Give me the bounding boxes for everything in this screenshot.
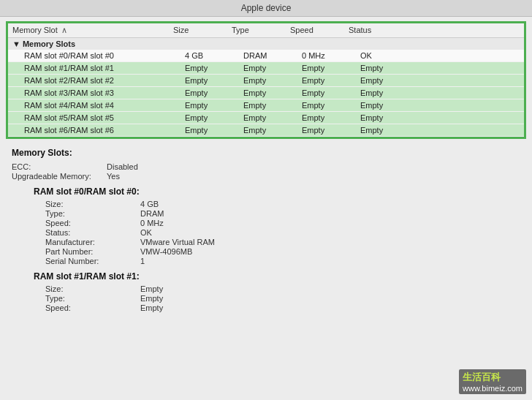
field-label: Size: <box>45 200 140 208</box>
upgradeable-value: Yes <box>107 172 520 181</box>
field-label: Type: <box>45 209 140 218</box>
field-value: 0 MHz <box>140 219 520 227</box>
table-row[interactable]: RAM slot #4/RAM slot #4 Empty Empty Empt… <box>8 99 524 112</box>
field-label: Size: <box>45 284 140 293</box>
memory-slots-group: ▼ Memory Slots RAM slot #0/RAM slot #0 4… <box>8 38 524 137</box>
upgradeable-label: Upgradeable Memory: <box>12 172 107 181</box>
field-label: Part Number: <box>45 247 140 256</box>
table-header-row: Memory Slot ∧ Size Type Speed Status <box>8 23 524 38</box>
table-row[interactable]: RAM slot #6/RAM slot #6 Empty Empty Empt… <box>8 124 524 137</box>
window-title: Apple device <box>241 3 292 13</box>
col-header-status[interactable]: Status <box>349 26 407 35</box>
field-value: Empty <box>140 284 520 293</box>
sub-detail-grid-1: Size: Empty Type: Empty Speed: Empty <box>45 284 520 312</box>
field-label: Speed: <box>45 303 140 312</box>
table-row[interactable]: RAM slot #0/RAM slot #0 4 GB DRAM 0 MHz … <box>8 50 524 62</box>
field-value: Empty <box>140 294 520 303</box>
field-value: Empty <box>140 303 520 312</box>
triangle-icon: ▼ <box>12 39 23 48</box>
field-value: 4 GB <box>140 200 520 208</box>
field-label: Serial Number: <box>45 257 140 265</box>
sub-section-title-0: RAM slot #0/RAM slot #0: <box>34 186 520 197</box>
field-label: Speed: <box>45 219 140 227</box>
field-label: Type: <box>45 294 140 303</box>
col-header-type[interactable]: Type <box>232 26 290 35</box>
table-row[interactable]: RAM slot #1/RAM slot #1 Empty Empty Empt… <box>8 62 524 75</box>
sub-detail-grid-0: Size: 4 GB Type: DRAM Speed: 0 MHz Statu… <box>45 200 520 265</box>
sort-icon: ∧ <box>61 26 67 34</box>
group-label: ▼ Memory Slots <box>12 39 173 48</box>
col-header-slot[interactable]: Memory Slot ∧ <box>12 26 173 35</box>
col-header-size[interactable]: Size <box>173 26 232 35</box>
table-row[interactable]: RAM slot #3/RAM slot #3 Empty Empty Empt… <box>8 87 524 99</box>
group-header-row: ▼ Memory Slots <box>8 38 524 50</box>
ecc-label: ECC: <box>12 162 107 171</box>
main-window: Apple device Memory Slot ∧ Size Type Spe… <box>0 0 532 400</box>
field-label: Manufacturer: <box>45 238 140 246</box>
field-label: Status: <box>45 228 140 237</box>
col-header-speed[interactable]: Speed <box>290 26 349 35</box>
table-row[interactable]: RAM slot #5/RAM slot #5 Empty Empty Empt… <box>8 112 524 124</box>
detail-section-title: Memory Slots: <box>12 148 520 158</box>
table-row[interactable]: RAM slot #2/RAM slot #2 Empty Empty Empt… <box>8 75 524 87</box>
field-value: VMW-4096MB <box>140 247 520 256</box>
ecc-value: Disabled <box>107 162 520 171</box>
title-bar: Apple device <box>0 0 532 17</box>
detail-section: Memory Slots: ECC: Disabled Upgradeable … <box>0 142 532 400</box>
detail-top-grid: ECC: Disabled Upgradeable Memory: Yes <box>12 162 520 181</box>
memory-table-section: Memory Slot ∧ Size Type Speed Status ▼ M… <box>6 21 526 139</box>
sub-section-title-1: RAM slot #1/RAM slot #1: <box>34 271 520 282</box>
field-value: DRAM <box>140 209 520 218</box>
field-value: 1 <box>140 257 520 265</box>
field-value: OK <box>140 228 520 237</box>
field-value: VMware Virtual RAM <box>140 238 520 246</box>
